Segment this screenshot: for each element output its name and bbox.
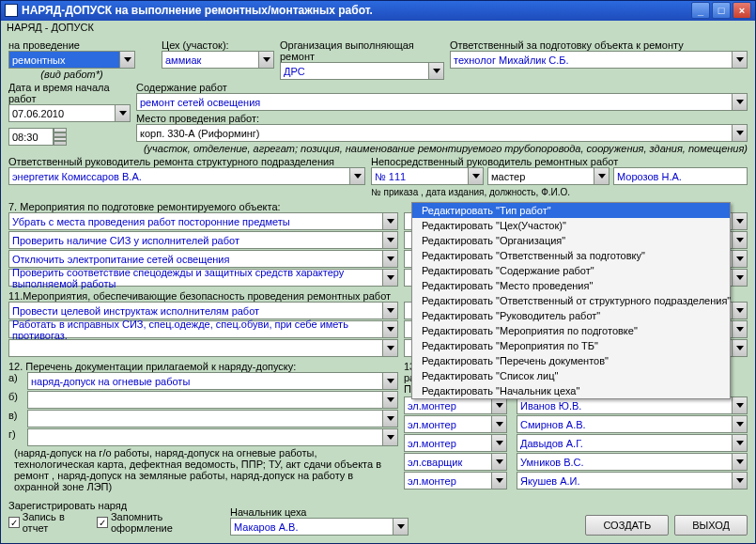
role-select[interactable]: мастер xyxy=(487,167,609,185)
chevron-down-icon[interactable] xyxy=(382,411,397,427)
fio-input[interactable]: Морозов Н.А. xyxy=(613,167,748,185)
chevron-down-icon[interactable] xyxy=(732,416,747,432)
menu-bar[interactable]: НАРЯД - ДОПУСК xyxy=(1,21,755,36)
org-select[interactable]: ДРС xyxy=(280,62,444,80)
resp-struct-select[interactable]: энергетик Комиссаров В.А. xyxy=(8,167,365,185)
chevron-down-icon[interactable] xyxy=(382,251,397,267)
chevron-down-icon[interactable] xyxy=(732,251,747,267)
chevron-down-icon[interactable] xyxy=(732,454,747,470)
context-menu-item[interactable]: Редактировать "Ответственный за подготов… xyxy=(412,248,730,263)
list-item[interactable]: Убрать с места проведения работ посторон… xyxy=(8,212,398,230)
exit-button[interactable]: ВЫХОД xyxy=(674,515,748,536)
chevron-down-icon[interactable] xyxy=(732,232,747,248)
list-item[interactable]: Проверить соответствие спецодежды и защи… xyxy=(8,269,398,287)
context-menu-item[interactable]: Редактировать "Начальник цеха" xyxy=(412,383,730,398)
spinner-down-icon[interactable] xyxy=(54,137,67,147)
context-menu-item[interactable]: Редактировать "Перечень документов" xyxy=(412,353,730,368)
chevron-down-icon[interactable] xyxy=(732,473,747,489)
context-menu-item[interactable]: Редактировать "Ответственный от структур… xyxy=(412,293,730,308)
chevron-down-icon[interactable] xyxy=(732,52,747,68)
resp-struct-label: Ответственный руководитель ремонта струк… xyxy=(8,156,365,167)
place-select[interactable]: корп. 330-А (Риформинг) xyxy=(136,124,748,142)
chevron-down-icon[interactable] xyxy=(382,392,397,408)
context-menu-item[interactable]: Редактировать "Тип работ" xyxy=(412,203,730,218)
date-input[interactable]: 07.06.2010 xyxy=(8,104,131,122)
list-item[interactable]: Проверить наличие СИЗ у исполнителей раб… xyxy=(8,231,398,249)
prof-select[interactable]: эл.монтер xyxy=(404,415,507,433)
chevron-down-icon[interactable] xyxy=(382,270,397,286)
chevron-down-icon[interactable] xyxy=(732,213,747,229)
doc-item[interactable] xyxy=(27,391,398,409)
chevron-down-icon[interactable] xyxy=(732,321,747,337)
chief-select[interactable]: Макаров А.В. xyxy=(230,518,409,536)
shop-select[interactable]: аммиак xyxy=(162,51,274,69)
context-menu-item[interactable]: Редактировать "Цех(Участок)" xyxy=(412,218,730,233)
resp-select[interactable]: технолог Михайлик С.Б. xyxy=(450,51,748,69)
chevron-down-icon[interactable] xyxy=(382,340,397,356)
menu-item[interactable]: НАРЯД - ДОПУСК xyxy=(7,22,94,33)
fio-select[interactable]: Умников В.С. xyxy=(517,453,748,471)
chevron-down-icon[interactable] xyxy=(732,270,747,286)
chevron-down-icon[interactable] xyxy=(393,519,408,535)
chevron-down-icon[interactable] xyxy=(491,454,506,470)
order-no-select[interactable]: № 111 xyxy=(371,167,484,185)
prof-select[interactable]: эл.сварщик xyxy=(404,453,507,471)
context-menu-item[interactable]: Редактировать "Руководитель работ" xyxy=(412,308,730,323)
context-menu-item[interactable]: Редактировать "Организация" xyxy=(412,233,730,248)
chevron-down-icon[interactable] xyxy=(382,373,397,389)
chevron-down-icon[interactable] xyxy=(491,473,506,489)
work-type-select[interactable]: ремонтных xyxy=(8,51,135,69)
chevron-down-icon[interactable] xyxy=(732,94,747,110)
chevron-down-icon[interactable] xyxy=(491,397,506,413)
list-item[interactable]: Работать в исправных СИЗ, спец.одежде, с… xyxy=(8,320,398,338)
chevron-down-icon[interactable] xyxy=(732,340,747,356)
prof-select[interactable]: эл.монтер xyxy=(404,434,507,452)
context-menu-item[interactable]: Редактировать "Содержание работ" xyxy=(412,263,730,278)
chevron-down-icon[interactable] xyxy=(491,435,506,451)
fio-select[interactable]: Давыдов А.Г. xyxy=(517,434,748,452)
chk-report[interactable]: ✓Запись в отчет xyxy=(8,511,91,534)
chevron-down-icon[interactable] xyxy=(732,125,747,141)
context-menu-item[interactable]: Редактировать "Мероприятия по подготовке… xyxy=(412,323,730,338)
list-item[interactable]: Провести целевой инструктаж исполнителям… xyxy=(8,302,398,319)
cont-select[interactable]: ремонт сетей освещения xyxy=(136,93,748,111)
chevron-down-icon[interactable] xyxy=(382,213,397,229)
close-button[interactable]: × xyxy=(733,2,751,19)
chevron-down-icon[interactable] xyxy=(349,168,364,184)
chevron-down-icon[interactable] xyxy=(382,232,397,248)
chevron-down-icon[interactable] xyxy=(428,63,443,79)
doc-item[interactable] xyxy=(27,410,398,427)
chevron-down-icon[interactable] xyxy=(732,435,747,451)
chk-remember[interactable]: ✓Запомнить оформление xyxy=(97,511,224,534)
chevron-down-icon[interactable] xyxy=(258,52,273,68)
chevron-down-icon[interactable] xyxy=(382,429,397,445)
fio-select[interactable]: Якушев А.И. xyxy=(517,472,748,490)
list-item[interactable] xyxy=(8,339,398,357)
chevron-down-icon[interactable] xyxy=(732,397,747,413)
chevron-down-icon[interactable] xyxy=(732,303,747,319)
context-menu-item[interactable]: Редактировать "Список лиц" xyxy=(412,368,730,383)
shop-label: Цех (участок): xyxy=(162,39,274,51)
time-spinner[interactable] xyxy=(54,128,67,146)
chevron-down-icon[interactable] xyxy=(382,321,397,337)
time-input[interactable]: 08:30 xyxy=(8,128,54,146)
context-menu[interactable]: Редактировать "Тип работ"Редактировать "… xyxy=(411,202,731,399)
chevron-down-icon[interactable] xyxy=(491,416,506,432)
chief-label: Начальник цеха xyxy=(230,506,409,518)
minimize-button[interactable]: _ xyxy=(691,2,710,19)
list-item[interactable]: Отключить электропитание сетей освещения xyxy=(8,250,398,268)
create-button[interactable]: СОЗДАТЬ xyxy=(585,515,669,536)
maximize-button[interactable]: □ xyxy=(712,2,731,19)
prof-select[interactable]: эл.монтер xyxy=(404,472,507,490)
context-menu-item[interactable]: Редактировать "Мероприятия по ТБ" xyxy=(412,338,730,353)
chevron-down-icon[interactable] xyxy=(119,52,134,68)
context-menu-item[interactable]: Редактировать "Место проведения" xyxy=(412,278,730,293)
doc-item[interactable] xyxy=(27,428,398,446)
chevron-down-icon[interactable] xyxy=(594,168,609,184)
chevron-down-icon[interactable] xyxy=(115,105,130,121)
chevron-down-icon[interactable] xyxy=(382,303,397,319)
doc-item[interactable]: наряд-допуск на огневые работы xyxy=(27,372,398,390)
chevron-down-icon[interactable] xyxy=(468,168,483,184)
fio-select[interactable]: Смирнов А.В. xyxy=(517,415,748,433)
spinner-up-icon[interactable] xyxy=(54,128,67,137)
